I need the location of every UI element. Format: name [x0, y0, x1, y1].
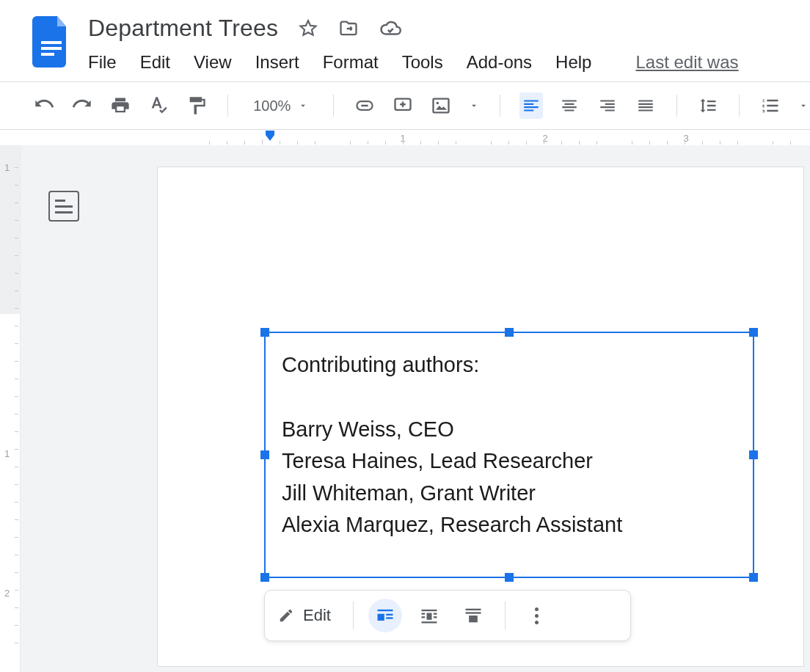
- drawing-line: Alexia Marquez, Research Assistant: [282, 509, 737, 541]
- image-context-toolbar: Edit: [264, 590, 631, 641]
- svg-rect-20: [469, 616, 478, 622]
- drawing-heading: Contributing authors:: [282, 349, 737, 381]
- redo-icon[interactable]: [70, 92, 94, 119]
- svg-rect-13: [421, 613, 425, 615]
- edit-drawing-button[interactable]: Edit: [278, 606, 338, 625]
- add-comment-icon[interactable]: [391, 92, 415, 119]
- menu-tools[interactable]: Tools: [402, 52, 443, 73]
- horizontal-ruler[interactable]: 1 2 3: [0, 129, 810, 145]
- zoom-value: 100%: [253, 98, 291, 114]
- align-justify-icon[interactable]: [634, 92, 657, 119]
- svg-rect-8: [377, 614, 384, 621]
- toolbar: 100%: [0, 82, 810, 129]
- svg-rect-6: [266, 131, 274, 135]
- document-title[interactable]: Department Trees: [88, 15, 278, 42]
- star-icon[interactable]: [299, 19, 318, 38]
- insert-link-icon[interactable]: [353, 92, 376, 119]
- toolbar-separator: [676, 95, 677, 117]
- image-dropdown-icon[interactable]: [467, 92, 481, 119]
- resize-handle[interactable]: [505, 573, 514, 582]
- ctx-separator: [505, 602, 506, 629]
- ruler-number: 1: [4, 448, 10, 459]
- svg-rect-0: [41, 41, 62, 44]
- toolbar-separator: [500, 95, 500, 117]
- toolbar-separator: [227, 95, 228, 117]
- last-edit-link[interactable]: Last edit was: [635, 52, 738, 73]
- svg-rect-18: [465, 609, 481, 610]
- paint-format-icon[interactable]: [185, 92, 208, 119]
- align-center-icon[interactable]: [558, 92, 581, 119]
- docs-logo-icon[interactable]: [32, 16, 70, 67]
- drawing-line: Barry Weiss, CEO: [282, 414, 737, 446]
- menu-help[interactable]: Help: [555, 52, 591, 73]
- ctx-separator: [353, 602, 354, 629]
- print-icon[interactable]: [109, 92, 132, 119]
- indent-marker-icon[interactable]: [263, 131, 277, 144]
- more-options-icon[interactable]: [520, 607, 554, 624]
- edit-label: Edit: [303, 606, 331, 625]
- svg-rect-4: [434, 99, 449, 113]
- spellcheck-icon[interactable]: [147, 92, 170, 119]
- svg-rect-19: [465, 612, 481, 613]
- svg-rect-14: [434, 613, 437, 615]
- menu-file[interactable]: File: [88, 52, 117, 73]
- app-header: Department Trees File Edit View Insert F…: [0, 0, 810, 73]
- svg-rect-16: [434, 616, 437, 618]
- wrap-text-icon[interactable]: [412, 599, 446, 632]
- resize-handle[interactable]: [749, 573, 758, 582]
- menu-edit[interactable]: Edit: [140, 52, 170, 73]
- align-right-icon[interactable]: [596, 92, 619, 119]
- svg-rect-10: [386, 617, 393, 618]
- workspace: 1 1 2 Contributing authors: Barry Weiss,…: [0, 145, 810, 672]
- svg-point-5: [437, 102, 439, 105]
- menu-view[interactable]: View: [194, 52, 232, 73]
- document-outline-icon[interactable]: [48, 191, 79, 222]
- svg-rect-9: [386, 614, 393, 616]
- insert-image-icon[interactable]: [429, 92, 453, 119]
- undo-icon[interactable]: [32, 92, 56, 119]
- resize-handle[interactable]: [260, 573, 269, 582]
- document-page[interactable]: Contributing authors: Barry Weiss, CEO T…: [158, 167, 803, 666]
- svg-rect-12: [426, 613, 431, 620]
- menu-insert[interactable]: Insert: [255, 52, 299, 73]
- list-dropdown-icon[interactable]: [797, 92, 810, 119]
- line-spacing-icon[interactable]: [696, 92, 720, 119]
- drawing-content: Contributing authors: Barry Weiss, CEO T…: [266, 333, 753, 558]
- toolbar-separator: [333, 95, 334, 117]
- menu-format[interactable]: Format: [323, 52, 379, 73]
- vertical-ruler[interactable]: 1 1 2: [0, 145, 21, 672]
- menu-addons[interactable]: Add-ons: [467, 52, 532, 73]
- ruler-number: 2: [4, 588, 10, 599]
- wrap-inline-icon[interactable]: [368, 599, 402, 632]
- selected-drawing[interactable]: Contributing authors: Barry Weiss, CEO T…: [264, 332, 754, 578]
- drawing-line: Teresa Haines, Lead Researcher: [282, 445, 737, 478]
- svg-rect-7: [377, 610, 393, 611]
- menu-bar: File Edit View Insert Format Tools Add-o…: [88, 52, 810, 73]
- cloud-status-icon[interactable]: [379, 18, 401, 40]
- align-left-icon[interactable]: [519, 92, 543, 119]
- svg-rect-15: [421, 616, 425, 618]
- svg-rect-2: [41, 53, 54, 56]
- svg-rect-1: [41, 47, 62, 50]
- ruler-number: 1: [4, 162, 10, 173]
- zoom-dropdown[interactable]: 100%: [247, 98, 314, 114]
- title-row: Department Trees: [88, 9, 810, 42]
- toolbar-separator: [739, 95, 740, 117]
- drawing-line: Jill Whiteman, Grant Writer: [282, 478, 737, 510]
- move-folder-icon[interactable]: [338, 18, 359, 39]
- svg-rect-11: [421, 610, 437, 611]
- numbered-list-icon[interactable]: [759, 92, 782, 119]
- break-text-icon[interactable]: [456, 599, 490, 632]
- svg-rect-17: [421, 621, 437, 623]
